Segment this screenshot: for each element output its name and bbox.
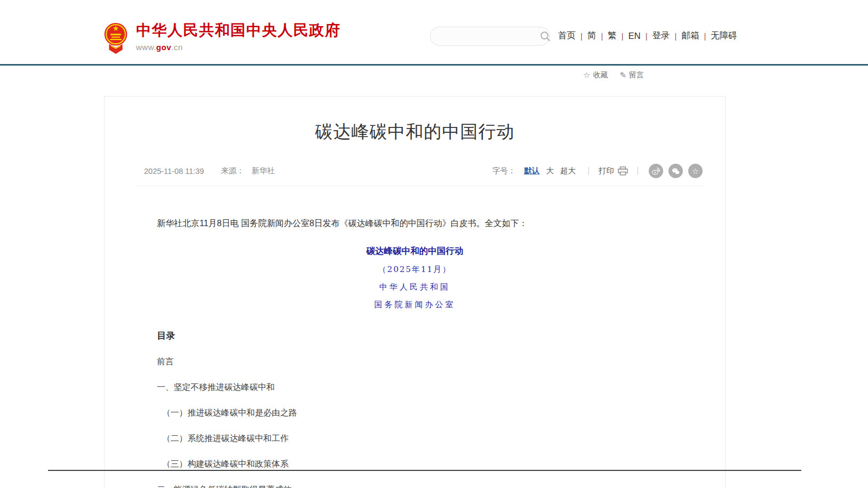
font-size-label: 字号： [492, 166, 516, 176]
header-divider [0, 64, 868, 66]
nav-separator: | [645, 31, 648, 41]
nav-mail[interactable]: 邮箱 [681, 30, 699, 42]
print-button[interactable]: 打印 [599, 166, 628, 176]
site-url: www.gov.cn [136, 43, 341, 52]
search-icon[interactable] [540, 31, 551, 42]
url-suffix: .cn [171, 43, 183, 52]
document-title: 碳达峰碳中和的中国行动 [157, 245, 673, 257]
toc-heading: 目录 [157, 330, 673, 342]
comment-label: 留言 [629, 70, 644, 80]
print-label: 打印 [599, 166, 614, 176]
source-value: 新华社 [252, 166, 275, 176]
search-input[interactable] [431, 28, 540, 45]
nav-separator: | [580, 31, 583, 41]
article-title: 碳达峰碳中和的中国行动 [105, 120, 725, 144]
article-meta-left: 2025-11-08 11:39 来源： 新华社 [144, 166, 275, 176]
font-size-xlarge[interactable]: 超大 [560, 166, 576, 176]
article-body: 新华社北京11月8日电 国务院新闻办公室8日发布《碳达峰碳中和的中国行动》白皮书… [105, 217, 725, 488]
article-meta-right: 字号： 默认 大 超大 打印 [492, 164, 703, 178]
star-icon: ☆ [583, 70, 590, 80]
toc-item: （二）系统推进碳达峰碳中和工作 [157, 433, 673, 444]
font-size-large[interactable]: 大 [546, 166, 554, 176]
document-org-line2: 国务院新闻办公室 [157, 300, 673, 310]
nav-separator: | [600, 31, 603, 41]
nav-separator: | [703, 31, 706, 41]
font-size-default[interactable]: 默认 [524, 166, 540, 176]
share-wechat-icon[interactable] [668, 164, 683, 178]
share-group: ☆ [649, 164, 703, 178]
source-label: 来源： [221, 166, 244, 176]
comment-link[interactable]: ✎ 留言 [619, 70, 644, 80]
top-nav: 首页 | 简 | 繁 | EN | 登录 | 邮箱 | 无障碍 [558, 30, 737, 42]
document-org-line1: 中华人民共和国 [157, 282, 673, 292]
article-container: 碳达峰碳中和的中国行动 2025-11-08 11:39 来源： 新华社 字号：… [104, 96, 726, 488]
nav-separator: | [674, 31, 678, 41]
search-box [430, 27, 550, 46]
share-weibo-icon[interactable] [649, 164, 663, 178]
site-header: 中华人民共和国中央人民政府 www.gov.cn 首页 | 简 | 繁 | EN… [0, 0, 868, 64]
article-meta-row: 2025-11-08 11:39 来源： 新华社 字号： 默认 大 超大 打印 [137, 164, 703, 186]
nav-separator: | [621, 31, 624, 41]
nav-login[interactable]: 登录 [652, 30, 670, 42]
pencil-icon: ✎ [619, 70, 626, 80]
url-highlight: gov [156, 43, 171, 52]
toc-item: 一、坚定不移推进碳达峰碳中和 [157, 382, 673, 393]
url-prefix: www. [136, 43, 156, 52]
site-title: 中华人民共和国中央人民政府 [136, 21, 341, 39]
favorite-label: 收藏 [593, 70, 608, 80]
star-outline-icon: ☆ [692, 167, 699, 175]
page-tools: ☆ 收藏 ✎ 留言 [583, 70, 644, 80]
nav-accessibility[interactable]: 无障碍 [711, 30, 737, 42]
document-date: （2025年11月） [157, 265, 673, 275]
meta-divider [588, 167, 589, 175]
lead-paragraph: 新华社北京11月8日电 国务院新闻办公室8日发布《碳达峰碳中和的中国行动》白皮书… [157, 217, 673, 230]
gov-cn-page: 中华人民共和国中央人民政府 www.gov.cn 首页 | 简 | 繁 | EN… [0, 0, 868, 488]
toc-item: 前言 [157, 356, 673, 367]
nav-home[interactable]: 首页 [558, 30, 576, 42]
printer-icon [618, 166, 628, 175]
nav-english[interactable]: EN [628, 31, 641, 41]
share-favorite-icon[interactable]: ☆ [688, 164, 703, 178]
toc-item: 二、能源绿色低碳转型取得显著成效 [157, 484, 673, 488]
publish-date: 2025-11-08 11:39 [144, 167, 204, 175]
favorite-link[interactable]: ☆ 收藏 [583, 70, 608, 80]
toc-item: （一）推进碳达峰碳中和是必由之路 [157, 407, 673, 419]
nav-simplified[interactable]: 简 [587, 30, 596, 42]
meta-divider [638, 167, 638, 175]
footer-divider [48, 470, 801, 471]
site-identity: 中华人民共和国中央人民政府 www.gov.cn [136, 21, 341, 52]
national-emblem-icon [103, 21, 129, 54]
site-logo[interactable]: 中华人民共和国中央人民政府 www.gov.cn [103, 21, 341, 54]
nav-traditional[interactable]: 繁 [608, 30, 617, 42]
toc-item: （三）构建碳达峰碳中和政策体系 [157, 459, 673, 470]
